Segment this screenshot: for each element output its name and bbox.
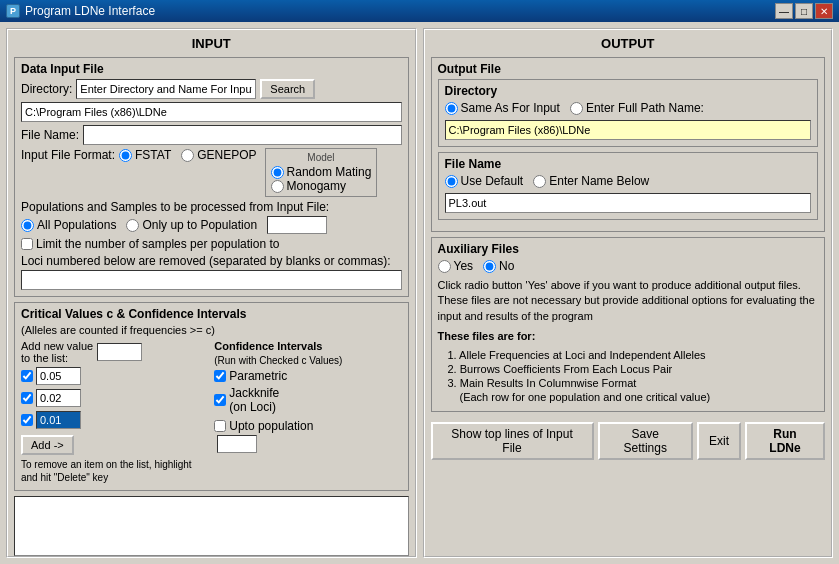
limit-samples-row: Limit the number of samples per populati… — [21, 237, 402, 251]
ci-title: Confidence Intervals — [214, 340, 401, 352]
main-list-area[interactable] — [14, 496, 409, 556]
only-up-to-radio[interactable] — [126, 219, 139, 232]
loci-input[interactable] — [21, 270, 402, 290]
directory-row: Directory: Search — [21, 79, 402, 99]
monogamy-radio[interactable] — [271, 180, 284, 193]
use-default-radio[interactable] — [445, 175, 458, 188]
output-directory-radio-group: Same As For Input Enter Full Path Name: — [445, 101, 812, 115]
auxiliary-files-list: 1. Allele Frequencies at Loci and Indepe… — [448, 349, 819, 403]
random-mating-radio[interactable] — [271, 166, 284, 179]
value-row-005 — [21, 367, 208, 385]
output-file-label: Output File — [438, 62, 819, 76]
use-default-label: Use Default — [461, 174, 524, 188]
directory-prompt-input[interactable] — [76, 79, 256, 99]
add-value-input[interactable] — [97, 343, 142, 361]
value-002-input[interactable] — [36, 389, 81, 407]
value-005-input[interactable] — [36, 367, 81, 385]
title-bar-controls: — □ ✕ — [775, 3, 833, 19]
upto-population-checkbox[interactable] — [214, 420, 226, 432]
random-mating-label: Random Mating — [287, 165, 372, 179]
add-value-row: Add new valueto the list: — [21, 340, 208, 364]
value-002-checkbox[interactable] — [21, 392, 33, 404]
auxiliary-yes-radio-item[interactable]: Yes — [438, 259, 474, 273]
directory-value-input[interactable] — [21, 102, 402, 122]
add-value-label: Add new valueto the list: — [21, 340, 93, 364]
enter-full-path-radio-item[interactable]: Enter Full Path Name: — [570, 101, 704, 115]
confidence-intervals-section: Confidence Intervals (Run with Checked c… — [214, 340, 401, 453]
bottom-bar: Show top lines of Input File Save Settin… — [431, 417, 826, 460]
parametric-checkbox[interactable] — [214, 370, 226, 382]
close-button[interactable]: ✕ — [815, 3, 833, 19]
enter-name-below-radio-item[interactable]: Enter Name Below — [533, 174, 649, 188]
only-up-to-item[interactable]: Only up to Population — [126, 218, 257, 232]
output-directory-label: Directory — [445, 84, 812, 98]
upto-population-checkbox-item[interactable]: Upto population — [214, 419, 401, 433]
critical-values-container: Add new valueto the list: — [21, 340, 402, 484]
maximize-button[interactable]: □ — [795, 3, 813, 19]
output-directory-input[interactable] — [445, 120, 812, 140]
genepop-radio[interactable] — [181, 149, 194, 162]
jackknife-checkbox-item[interactable]: Jackknife(on Loci) — [214, 386, 401, 414]
delete-note: To remove an item on the list, highlight… — [21, 458, 208, 484]
auxiliary-file-2: 2. Burrows Coefficients From Each Locus … — [448, 363, 819, 375]
parametric-checkbox-item[interactable]: Parametric — [214, 369, 401, 383]
auxiliary-file-1: 1. Allele Frequencies at Loci and Indepe… — [448, 349, 819, 361]
minimize-button[interactable]: — — [775, 3, 793, 19]
directory-value-row — [21, 102, 402, 122]
all-populations-radio[interactable] — [21, 219, 34, 232]
data-input-file-section: Data Input File Directory: Search File N… — [14, 57, 409, 297]
population-limit-input[interactable] — [267, 216, 327, 234]
same-as-input-label: Same As For Input — [461, 101, 560, 115]
genepop-label: GENEPOP — [197, 148, 256, 162]
fstat-radio[interactable] — [119, 149, 132, 162]
file-name-label: File Name: — [21, 128, 79, 142]
file-name-input[interactable] — [83, 125, 401, 145]
auxiliary-file-3: 3. Main Results In Columnwise Format — [448, 377, 819, 389]
save-settings-button[interactable]: Save Settings — [598, 422, 693, 460]
same-as-input-radio-item[interactable]: Same As For Input — [445, 101, 560, 115]
show-top-lines-button[interactable]: Show top lines of Input File — [431, 422, 594, 460]
enter-full-path-radio[interactable] — [570, 102, 583, 115]
output-file-section: Output File Directory Same As For Input … — [431, 57, 826, 232]
input-panel: INPUT Data Input File Directory: Search … — [6, 28, 417, 558]
value-001-checkbox[interactable] — [21, 414, 33, 426]
exit-button[interactable]: Exit — [697, 422, 741, 460]
auxiliary-radio-group: Yes No — [438, 259, 819, 273]
value-005-checkbox[interactable] — [21, 370, 33, 382]
input-format-row: Input File Format: FSTAT GENEPOP Model — [21, 148, 402, 197]
jackknife-checkbox[interactable] — [214, 394, 226, 406]
random-mating-item[interactable]: Random Mating — [271, 165, 372, 179]
add-button[interactable]: Add -> — [21, 435, 74, 455]
output-directory-section: Directory Same As For Input Enter Full P… — [438, 79, 819, 147]
value-row-001 — [21, 411, 208, 429]
loci-section: Loci numbered below are removed (separat… — [21, 254, 402, 290]
output-filename-section: File Name Use Default Enter Name Below — [438, 152, 819, 220]
auxiliary-yes-radio[interactable] — [438, 260, 451, 273]
fstat-radio-item[interactable]: FSTAT — [119, 148, 171, 162]
use-default-radio-item[interactable]: Use Default — [445, 174, 524, 188]
auxiliary-files-label: Auxiliary Files — [438, 242, 819, 256]
auxiliary-no-radio-item[interactable]: No — [483, 259, 514, 273]
monogamy-label: Monogamy — [287, 179, 346, 193]
limit-samples-checkbox-item[interactable]: Limit the number of samples per populati… — [21, 237, 279, 251]
search-button[interactable]: Search — [260, 79, 315, 99]
value-001-input[interactable] — [36, 411, 81, 429]
fstat-label: FSTAT — [135, 148, 171, 162]
all-populations-label: All Populations — [37, 218, 116, 232]
upto-population-input[interactable] — [217, 435, 257, 453]
alleles-note: (Alleles are counted if frequencies >= c… — [21, 324, 402, 336]
loci-label: Loci numbered below are removed (separat… — [21, 254, 402, 268]
monogamy-item[interactable]: Monogamy — [271, 179, 372, 193]
limit-samples-checkbox[interactable] — [21, 238, 33, 250]
auxiliary-no-radio[interactable] — [483, 260, 496, 273]
run-ldne-button[interactable]: Run LDNe — [745, 422, 825, 460]
genepop-radio-item[interactable]: GENEPOP — [181, 148, 256, 162]
only-up-to-label: Only up to Population — [142, 218, 257, 232]
all-populations-item[interactable]: All Populations — [21, 218, 116, 232]
output-filename-input[interactable] — [445, 193, 812, 213]
enter-name-below-radio[interactable] — [533, 175, 546, 188]
same-as-input-radio[interactable] — [445, 102, 458, 115]
main-container: INPUT Data Input File Directory: Search … — [0, 22, 839, 564]
auxiliary-no-label: No — [499, 259, 514, 273]
output-filename-radio-group: Use Default Enter Name Below — [445, 174, 812, 188]
